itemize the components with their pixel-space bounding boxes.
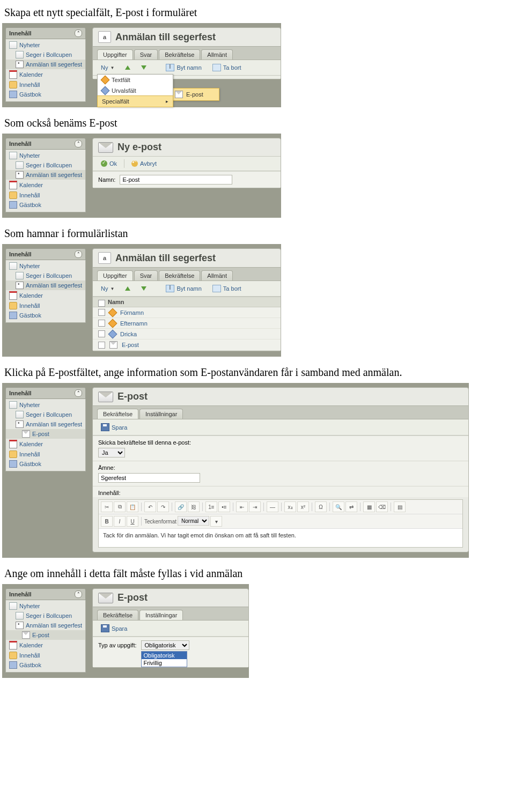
table-row[interactable]: Dricka <box>93 329 281 339</box>
sidebar-item[interactable]: Anmälan till segerfest <box>6 60 85 69</box>
tab-svar[interactable]: Svar <box>134 270 158 280</box>
chevron-up-icon[interactable]: ˄ <box>75 389 82 397</box>
move-up-button[interactable] <box>121 64 134 71</box>
sidebar-item[interactable]: Kalender <box>6 180 85 190</box>
sidebar-item[interactable]: Innehåll <box>6 80 85 90</box>
tab-svar[interactable]: Svar <box>134 49 158 60</box>
tab-installningar[interactable]: Inställningar <box>139 409 183 419</box>
dd-textfalt[interactable]: Textfält <box>98 75 173 85</box>
paste-icon[interactable]: 📋 <box>127 501 138 512</box>
typ-option-obligatorisk[interactable]: Obligatorisk <box>142 652 187 659</box>
skicka-select[interactable]: Ja <box>98 448 125 457</box>
replace-icon[interactable]: ⇄ <box>345 501 357 512</box>
avbryt-button[interactable]: Avbryt <box>128 159 160 168</box>
chevron-up-icon[interactable]: ˄ <box>75 590 82 598</box>
sidebar-item[interactable]: Nyheter <box>6 261 85 271</box>
sidebar-item[interactable]: Anmälan till segerfest <box>6 419 85 429</box>
chevron-up-icon[interactable]: ˄ <box>75 250 82 258</box>
char-icon[interactable]: Ω <box>315 501 327 512</box>
sidebar-item[interactable]: Kalender <box>6 640 85 651</box>
amne-input[interactable] <box>98 473 200 483</box>
removefmt-icon[interactable]: ⌫ <box>376 501 388 512</box>
sidebar-item[interactable]: Seger i Bollcupen <box>6 271 85 280</box>
tab-bekraftelse[interactable]: Bekräftelse <box>159 270 200 280</box>
sidebar-item[interactable]: Anmälan till segerfest <box>6 170 85 180</box>
move-down-button[interactable] <box>137 285 150 292</box>
sidebar-item[interactable]: Seger i Bollcupen <box>6 611 85 621</box>
sidebar-header[interactable]: Innehåll ˄ <box>5 248 86 260</box>
teckenformat-select[interactable]: Normal <box>178 516 209 526</box>
rte-content[interactable]: Tack för din anmälan. Vi har tagit emot … <box>99 529 462 547</box>
tab-allmant[interactable]: Allmänt <box>201 49 233 60</box>
selectall-icon[interactable]: ▦ <box>363 501 375 512</box>
tab-installningar[interactable]: Inställningar <box>139 610 183 620</box>
ny-button[interactable]: Ny ▼ <box>97 284 118 293</box>
move-down-button[interactable] <box>137 64 150 71</box>
spara-button[interactable]: Spara <box>97 623 131 634</box>
copy-icon[interactable]: ⧉ <box>114 501 126 512</box>
tab-bekraftelse[interactable]: Bekräftelse <box>159 49 200 60</box>
typ-option-frivillig[interactable]: Frivillig <box>142 659 187 667</box>
sidebar-item[interactable]: Seger i Bollcupen <box>6 50 85 60</box>
link-icon[interactable]: 🔗 <box>175 501 187 512</box>
ta-bort-button[interactable]: Ta bort <box>209 62 245 73</box>
dd-specialfalt[interactable]: Specialfält ▸ <box>97 95 173 107</box>
sidebar-item[interactable]: Innehåll <box>6 449 85 459</box>
spara-button[interactable]: Spara <box>97 422 131 433</box>
chevron-up-icon[interactable]: ˄ <box>75 29 82 37</box>
find-icon[interactable]: 🔍 <box>333 501 344 512</box>
ul-icon[interactable]: •≡ <box>218 501 230 512</box>
sidebar-item[interactable]: Nyheter <box>6 151 85 160</box>
move-up-button[interactable] <box>121 285 134 292</box>
sidebar-item[interactable]: Kalender <box>6 290 85 301</box>
sidebar-item[interactable]: Seger i Bollcupen <box>6 410 85 419</box>
sidebar-item[interactable]: E-post <box>6 630 85 640</box>
sidebar-item[interactable]: Seger i Bollcupen <box>6 160 85 170</box>
sidebar-item[interactable]: Innehåll <box>6 301 85 311</box>
table-row[interactable]: Efternamn <box>93 318 281 329</box>
ta-bort-button[interactable]: Ta bort <box>209 283 245 294</box>
bold-icon[interactable]: B <box>101 516 113 527</box>
sidebar-item[interactable]: Gästbok <box>6 200 85 210</box>
tab-bekraftelse[interactable]: Bekräftelse <box>97 610 138 620</box>
sidebar-item[interactable]: Innehåll <box>6 190 85 200</box>
sidebar-item[interactable]: Anmälan till segerfest <box>6 621 85 630</box>
superscript-icon[interactable]: x² <box>297 501 309 512</box>
source-icon[interactable]: ▤ <box>394 501 406 512</box>
tab-uppgifter[interactable]: Uppgifter <box>97 49 133 60</box>
sidebar-item[interactable]: Gästbok <box>6 459 85 469</box>
byt-namn-button[interactable]: Byt namn <box>162 62 205 73</box>
ny-button[interactable]: Ny ▼ <box>97 63 118 72</box>
sidebar-item[interactable]: Kalender <box>6 439 85 449</box>
sidebar-item[interactable]: Gästbok <box>6 660 85 670</box>
sidebar-item[interactable]: Anmälan till segerfest <box>6 280 85 290</box>
checkbox[interactable] <box>98 309 105 316</box>
sidebar-header[interactable]: Innehåll ˄ <box>5 138 86 150</box>
byt-namn-button[interactable]: Byt namn <box>162 283 205 294</box>
undo-icon[interactable]: ↶ <box>144 501 156 512</box>
table-row[interactable]: E-post <box>93 339 281 351</box>
sidebar-item[interactable]: Kalender <box>6 69 85 80</box>
typ-select[interactable]: Obligatorisk <box>141 640 189 650</box>
outdent-icon[interactable]: ⇤ <box>236 501 248 512</box>
tab-uppgifter[interactable]: Uppgifter <box>97 270 133 280</box>
ok-button[interactable]: Ok <box>97 159 121 168</box>
table-row[interactable]: Förnamn <box>93 307 281 318</box>
subscript-icon[interactable]: x₂ <box>284 501 296 512</box>
list-header-namn[interactable]: Namn <box>93 297 281 307</box>
checkbox[interactable] <box>98 342 105 349</box>
sidebar-header[interactable]: Innehåll ˄ <box>5 387 86 399</box>
dd-urvalsfalt[interactable]: Urvalsfält <box>98 85 173 96</box>
sidebar-item[interactable]: Nyheter <box>6 400 85 410</box>
redo-icon[interactable]: ↷ <box>157 501 169 512</box>
cut-icon[interactable]: ✂ <box>101 501 113 512</box>
tab-allmant[interactable]: Allmänt <box>201 270 233 280</box>
tab-bekraftelse[interactable]: Bekräftelse <box>97 409 138 419</box>
checkbox[interactable] <box>98 330 105 337</box>
ol-icon[interactable]: 1≡ <box>205 501 217 512</box>
sidebar-item[interactable]: Nyheter <box>6 601 85 611</box>
indent-icon[interactable]: ⇥ <box>249 501 261 512</box>
hr-icon[interactable]: — <box>267 501 278 512</box>
sidebar-item[interactable]: Nyheter <box>6 40 85 50</box>
format-dropdown-icon[interactable]: ▾ <box>210 516 222 527</box>
